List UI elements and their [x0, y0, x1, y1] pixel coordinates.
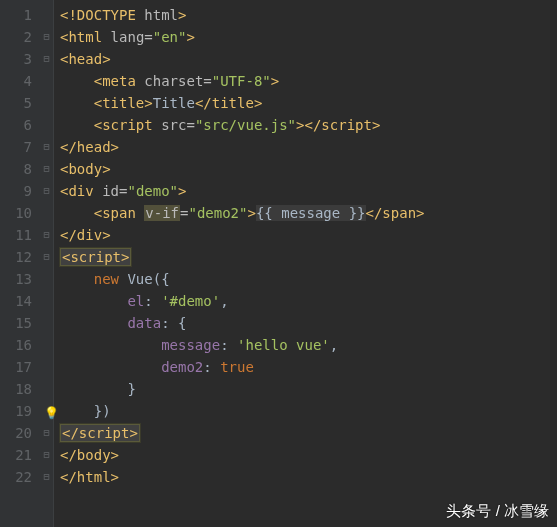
line-number: 2 — [12, 26, 32, 48]
line-number: 13 — [12, 268, 32, 290]
code-line[interactable]: <script> — [60, 246, 557, 268]
fold-spacer — [40, 290, 53, 312]
line-number: 21 — [12, 444, 32, 466]
line-number: 19 — [12, 400, 32, 422]
fold-toggle-icon[interactable] — [40, 466, 53, 488]
code-line[interactable]: <title>Title</title> — [60, 92, 557, 114]
code-line[interactable]: new Vue({ — [60, 268, 557, 290]
line-number: 14 — [12, 290, 32, 312]
line-number: 20 — [12, 422, 32, 444]
line-number: 6 — [12, 114, 32, 136]
fold-toggle-icon[interactable] — [40, 224, 53, 246]
line-number: 3 — [12, 48, 32, 70]
code-line[interactable]: <body> — [60, 158, 557, 180]
code-line[interactable]: demo2: true — [60, 356, 557, 378]
fold-spacer — [40, 92, 53, 114]
code-line[interactable]: el: '#demo', — [60, 290, 557, 312]
fold-toggle-icon[interactable] — [40, 136, 53, 158]
line-number: 15 — [12, 312, 32, 334]
code-line[interactable]: <span v-if="demo2">{{ message }}</span> — [60, 202, 557, 224]
line-number-gutter: 12345678910111213141516171819202122 — [0, 0, 40, 527]
fold-spacer — [40, 334, 53, 356]
fold-spacer — [40, 312, 53, 334]
fold-toggle-icon[interactable] — [40, 422, 53, 444]
code-line[interactable]: <!DOCTYPE html> — [60, 4, 557, 26]
intention-bulb-icon[interactable]: 💡 — [44, 402, 59, 424]
code-line[interactable]: <div id="demo"> — [60, 180, 557, 202]
line-number: 8 — [12, 158, 32, 180]
code-line[interactable]: <script src="src/vue.js"></script> — [60, 114, 557, 136]
line-number: 12 — [12, 246, 32, 268]
line-number: 4 — [12, 70, 32, 92]
fold-spacer — [40, 114, 53, 136]
code-line[interactable]: } — [60, 378, 557, 400]
fold-toggle-icon[interactable] — [40, 444, 53, 466]
line-number: 18 — [12, 378, 32, 400]
line-number: 11 — [12, 224, 32, 246]
code-line[interactable]: })💡 — [60, 400, 557, 422]
line-number: 17 — [12, 356, 32, 378]
line-number: 1 — [12, 4, 32, 26]
code-area[interactable]: <!DOCTYPE html><html lang="en"><head> <m… — [54, 0, 557, 527]
fold-toggle-icon[interactable] — [40, 246, 53, 268]
code-line[interactable]: </body> — [60, 444, 557, 466]
line-number: 7 — [12, 136, 32, 158]
fold-toggle-icon[interactable] — [40, 180, 53, 202]
code-line[interactable]: </script> — [60, 422, 557, 444]
line-number: 5 — [12, 92, 32, 114]
fold-spacer — [40, 4, 53, 26]
fold-spacer — [40, 268, 53, 290]
code-line[interactable]: </html> — [60, 466, 557, 488]
code-line[interactable]: </div> — [60, 224, 557, 246]
fold-column[interactable] — [40, 0, 54, 527]
fold-spacer — [40, 70, 53, 92]
code-editor[interactable]: 12345678910111213141516171819202122 <!DO… — [0, 0, 557, 527]
code-line[interactable]: <head> — [60, 48, 557, 70]
line-number: 16 — [12, 334, 32, 356]
code-line[interactable]: <meta charset="UTF-8"> — [60, 70, 557, 92]
line-number: 10 — [12, 202, 32, 224]
fold-spacer — [40, 202, 53, 224]
code-line[interactable]: <html lang="en"> — [60, 26, 557, 48]
watermark-text: 头条号 / 冰雪缘 — [446, 502, 549, 521]
fold-toggle-icon[interactable] — [40, 158, 53, 180]
fold-toggle-icon[interactable] — [40, 26, 53, 48]
fold-spacer — [40, 378, 53, 400]
fold-spacer — [40, 356, 53, 378]
line-number: 9 — [12, 180, 32, 202]
code-line[interactable]: message: 'hello vue', — [60, 334, 557, 356]
fold-toggle-icon[interactable] — [40, 48, 53, 70]
code-line[interactable]: data: { — [60, 312, 557, 334]
line-number: 22 — [12, 466, 32, 488]
code-line[interactable]: </head> — [60, 136, 557, 158]
